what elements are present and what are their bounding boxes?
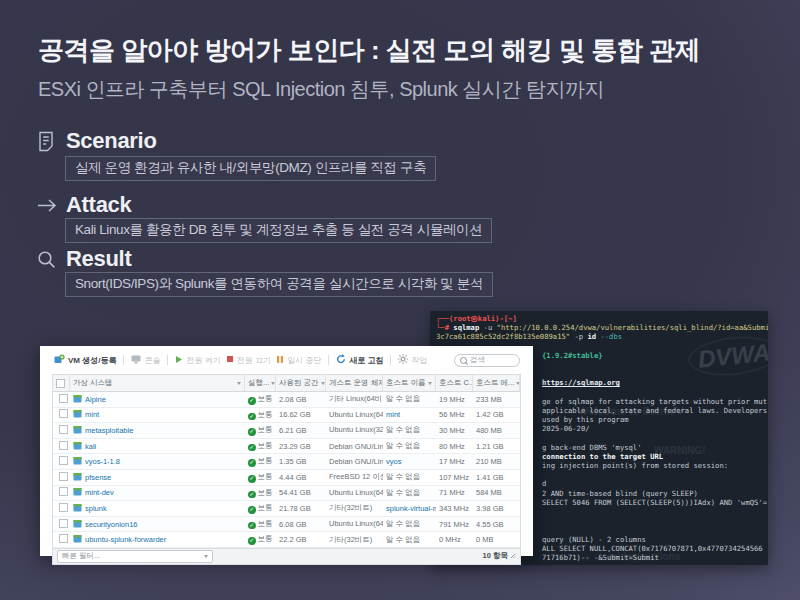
vm-host-cpu: 343 MHz: [436, 504, 473, 513]
toolbar-button-refresh[interactable]: 새로 고침: [336, 354, 383, 366]
row-checkbox[interactable]: [53, 534, 70, 545]
arrow-right-icon: [37, 198, 57, 217]
vm-status: ✓보통: [245, 456, 276, 467]
column-header[interactable]: 사용된 공간: [276, 375, 326, 391]
vm-guest-os: 기타(32비트): [326, 503, 383, 513]
vm-used-space: 21.78 GB: [276, 504, 326, 513]
search-placeholder: 검색: [470, 355, 485, 365]
row-checkbox[interactable]: [53, 456, 70, 467]
vm-used-space: 6.08 GB: [276, 520, 326, 529]
vm-create-icon: [54, 354, 65, 366]
vm-host-name: 알 수 없음: [383, 472, 436, 482]
search-input[interactable]: 검색: [454, 354, 520, 367]
actions-icon: [398, 354, 408, 366]
quick-filter-label: 빠른 필터...: [62, 551, 100, 561]
vm-host-mem: 233 MB: [473, 395, 520, 404]
row-checkbox[interactable]: [53, 519, 70, 530]
column-header[interactable]: 호스트 C...: [436, 375, 473, 391]
column-header[interactable]: 가상 시스템: [70, 375, 245, 391]
vm-name-link[interactable]: pfsense: [85, 473, 111, 482]
vm-name-link[interactable]: vyos-1-1.8: [85, 457, 120, 466]
vm-host-name: 알 수 없음: [383, 519, 436, 529]
vm-table-row[interactable]: metasploitable✓보통6.21 GBUbuntu Linux(32비…: [53, 423, 520, 439]
resize-handle-icon[interactable]: [510, 553, 516, 559]
toolbar-button-label: VM 생성/등록: [68, 355, 116, 366]
vm-table-row[interactable]: ubuntu-splunk-forwarder✓보통22.2 GB기타(32비트…: [53, 532, 520, 548]
vm-name-link[interactable]: mint-dev: [85, 488, 114, 497]
toolbar-button-label: 전원 켜기: [186, 355, 220, 366]
vm-status: ✓보통: [245, 441, 276, 452]
vm-host-cpu: 80 MHz: [436, 442, 473, 451]
chevron-down-icon: [321, 382, 325, 385]
quick-filter-dropdown[interactable]: 빠른 필터...: [57, 550, 213, 563]
vm-table-row[interactable]: pfsense✓보통4.44 GBFreeBSD 12 이상 ...알 수 없음…: [53, 470, 520, 486]
vm-host-cpu: 19 MHz: [436, 395, 473, 404]
status-ok-icon: ✓: [248, 413, 256, 421]
vm-guest-os: FreeBSD 12 이상 ...: [326, 472, 383, 482]
vm-host-mem: 480 MB: [473, 426, 520, 435]
vm-name-link[interactable]: mint: [85, 410, 99, 419]
vm-host-cpu: 0 MHz: [436, 535, 473, 544]
status-ok-icon: ✓: [248, 522, 256, 530]
vm-host-name: 알 수 없음: [383, 425, 436, 435]
host-name-link[interactable]: mint: [386, 410, 400, 419]
toolbar-button-power-off[interactable]: 전원 끄기: [226, 355, 271, 366]
vm-host-cpu: 791 MHz: [436, 520, 473, 529]
column-header[interactable]: 호스트 메...: [473, 375, 520, 391]
toolbar-separator: [123, 355, 124, 365]
column-header[interactable]: 호스트 이름: [383, 375, 436, 391]
column-header[interactable]: 게스트 운영 체제: [326, 375, 383, 391]
row-checkbox[interactable]: [53, 441, 70, 452]
vm-icon: [73, 425, 82, 436]
row-checkbox[interactable]: [53, 409, 70, 420]
status-ok-icon: ✓: [248, 491, 256, 499]
toolbar-button-power-on[interactable]: 전원 켜기: [175, 355, 220, 366]
vm-table-row[interactable]: splunk✓보통21.78 GB기타(32비트)splunk-virtual-…: [53, 501, 520, 517]
vm-host-cpu: 71 MHz: [436, 488, 473, 497]
result-description: Snort(IDS/IPS)와 Splunk를 연동하여 공격을 실시간으로 시…: [65, 272, 493, 297]
host-name-link[interactable]: splunk-virtual-mac...: [386, 504, 436, 513]
chevron-down-icon: [237, 382, 241, 385]
toolbar-button-label: 새로 고침: [349, 355, 383, 366]
vm-name-link[interactable]: splunk: [85, 504, 107, 513]
vm-table-row[interactable]: mint-dev✓보통54.41 GBUbuntu Linux(64비...알 …: [53, 486, 520, 502]
toolbar-button-console[interactable]: 콘솔: [131, 355, 160, 366]
status-ok-icon: ✓: [248, 428, 256, 436]
select-all-checkbox[interactable]: [53, 375, 70, 391]
vm-guest-os: Ubuntu Linux(64비...: [326, 519, 383, 529]
vm-table-row[interactable]: securityonion16✓보통6.08 GBUbuntu Linux(64…: [53, 517, 520, 533]
toolbar-button-actions[interactable]: 작업: [398, 354, 427, 366]
vm-table-row[interactable]: vyos-1-1.8✓보통1.35 GBDebian GNU/Linux...v…: [53, 454, 520, 470]
vm-name-link[interactable]: metasploitable: [85, 426, 133, 435]
vm-table-row[interactable]: kali✓보통23.29 GBDebian GNU/Linux...알 수 없음…: [53, 439, 520, 455]
row-checkbox[interactable]: [53, 503, 70, 514]
terminal-line: ┌──(root㉿kali)-[~]: [436, 314, 768, 323]
vm-icon: [73, 503, 82, 514]
status-ok-icon: ✓: [248, 537, 256, 545]
vm-table-footer: 빠른 필터... 10 항목: [53, 548, 520, 564]
toolbar-button-suspend[interactable]: 일시 중단: [276, 355, 321, 366]
toolbar-button-label: 전원 끄기: [237, 355, 271, 366]
vm-table-header: 가상 시스템실행...사용된 공간게스트 운영 체제호스트 이름호스트 C...…: [53, 375, 520, 392]
row-checkbox[interactable]: [53, 487, 70, 498]
toolbar-button-vm-create[interactable]: VM 생성/등록: [54, 354, 116, 366]
vm-name-link[interactable]: securityonion16: [85, 520, 138, 529]
vm-name-link[interactable]: kali: [85, 442, 96, 451]
vm-guest-os: Debian GNU/Linux...: [326, 457, 383, 466]
row-checkbox[interactable]: [53, 394, 70, 405]
vm-status: ✓보통: [245, 519, 276, 530]
vm-host-cpu: 107 MHz: [436, 473, 473, 482]
row-checkbox[interactable]: [53, 472, 70, 483]
vm-table-row[interactable]: Alpine✓보통2.08 GB기타 Linux(64비트)알 수 없음19 M…: [53, 392, 520, 408]
section-heading-result: Result: [66, 246, 131, 272]
console-icon: [131, 355, 141, 366]
toolbar-separator: [390, 355, 391, 365]
vm-status: ✓보통: [245, 472, 276, 483]
host-name-link[interactable]: vyos: [386, 457, 401, 466]
vm-table-row[interactable]: mint✓보통16.62 GBUbuntu Linux(64비...mint56…: [53, 408, 520, 424]
vm-name-link[interactable]: Alpine: [85, 395, 106, 404]
row-checkbox[interactable]: [53, 425, 70, 436]
vm-name-link[interactable]: ubuntu-splunk-forwarder: [85, 535, 166, 544]
column-header[interactable]: 실행...: [245, 375, 276, 391]
vm-toolbar: VM 생성/등록콘솔전원 켜기전원 끄기일시 중단새로 고침작업검색: [54, 352, 520, 368]
